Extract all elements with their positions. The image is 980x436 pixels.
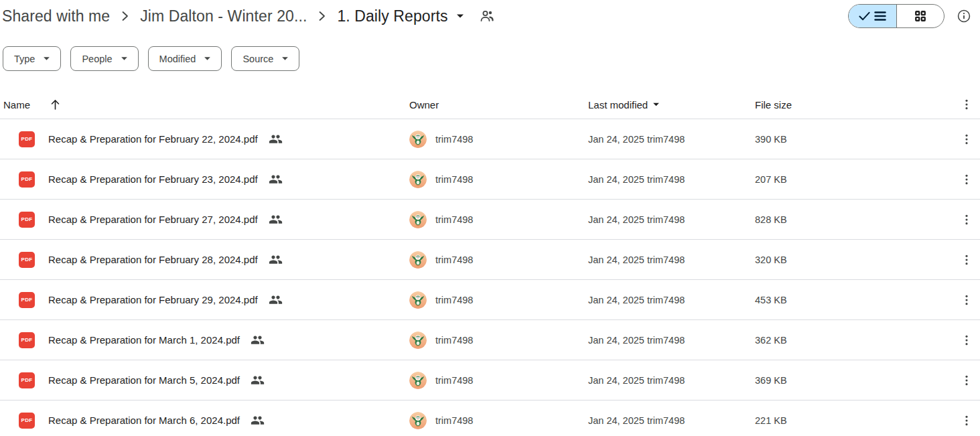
file-name[interactable]: Recap & Preparation for March 6, 2024.pd…: [48, 415, 240, 426]
last-modified-cell: Jan 24, 2025 trim7498: [588, 174, 685, 185]
file-size-cell: 828 KB: [755, 214, 787, 225]
column-label: Name: [3, 98, 30, 110]
info-icon[interactable]: [957, 9, 971, 23]
file-name[interactable]: Recap & Preparation for February 22, 202…: [48, 133, 258, 145]
file-size-cell: 369 KB: [755, 375, 787, 386]
file-name-cell: PDF Recap & Preparation for February 29,…: [19, 292, 283, 308]
breadcrumb-parent-folder[interactable]: Jim Dalton - Winter 20...: [140, 7, 307, 25]
file-size-text: 320 KB: [755, 255, 787, 265]
filter-chip-source[interactable]: Source: [231, 46, 299, 71]
column-label: File size: [755, 98, 792, 110]
owner-name: trim7498: [435, 214, 473, 225]
last-modified-cell: Jan 24, 2025 trim7498: [588, 335, 685, 346]
file-name-cell: PDF Recap & Preparation for February 23,…: [19, 171, 283, 188]
owner-avatar: [409, 332, 427, 349]
file-name[interactable]: Recap & Preparation for February 28, 202…: [48, 254, 258, 265]
row-more-options-icon[interactable]: [959, 252, 975, 268]
chip-label: Modified: [159, 54, 196, 64]
file-name-cell: PDF Recap & Preparation for March 1, 202…: [19, 332, 265, 348]
top-controls: [848, 4, 971, 28]
file-size-text: 828 KB: [755, 214, 787, 225]
last-modified-text: Jan 24, 2025 trim7498: [588, 134, 685, 145]
shared-people-icon: [269, 132, 283, 146]
file-name[interactable]: Recap & Preparation for March 1, 2024.pd…: [48, 334, 240, 346]
owner-name: trim7498: [435, 295, 473, 305]
last-modified-cell: Jan 24, 2025 trim7498: [588, 255, 685, 265]
pdf-file-icon: PDF: [19, 332, 35, 348]
row-more-options-icon[interactable]: [959, 171, 975, 188]
file-size-cell: 221 KB: [755, 415, 787, 426]
table-row[interactable]: PDF Recap & Preparation for February 28,…: [0, 240, 980, 280]
table-row[interactable]: PDF Recap & Preparation for February 22,…: [0, 119, 980, 159]
file-name[interactable]: Recap & Preparation for February 27, 202…: [48, 214, 258, 225]
pdf-file-icon: PDF: [19, 171, 35, 188]
breadcrumb-shared-with-me[interactable]: Shared with me: [2, 7, 110, 25]
table-row[interactable]: PDF Recap & Preparation for March 1, 202…: [0, 320, 980, 360]
breadcrumb-current-folder[interactable]: 1. Daily Reports: [337, 7, 447, 25]
owner-avatar: [409, 211, 427, 228]
file-name[interactable]: Recap & Preparation for February 23, 202…: [48, 173, 258, 185]
shared-people-icon: [269, 212, 283, 226]
table-row[interactable]: PDF Recap & Preparation for February 27,…: [0, 200, 980, 240]
last-modified-text: Jan 24, 2025 trim7498: [588, 174, 685, 185]
column-header-name[interactable]: Name: [3, 98, 60, 110]
owner-avatar: [409, 251, 427, 269]
last-modified-cell: Jan 24, 2025 trim7498: [588, 415, 685, 426]
table-row[interactable]: PDF Recap & Preparation for February 29,…: [0, 280, 980, 320]
grid-view-button[interactable]: [896, 5, 944, 27]
column-header-last-modified[interactable]: Last modified: [588, 98, 660, 110]
grid-view-icon: [914, 10, 926, 22]
owner-avatar: [409, 372, 427, 389]
file-size-cell: 207 KB: [755, 174, 787, 185]
file-name-cell: PDF Recap & Preparation for March 6, 202…: [19, 413, 265, 429]
chevron-down-icon: [204, 56, 211, 61]
chevron-right-icon: [318, 11, 326, 21]
sort-ascending-icon[interactable]: [50, 98, 60, 110]
file-list: PDF Recap & Preparation for February 22,…: [0, 119, 980, 436]
pdf-file-icon: PDF: [19, 413, 35, 429]
last-modified-text: Jan 24, 2025 trim7498: [588, 214, 685, 225]
column-header-owner[interactable]: Owner: [409, 98, 439, 110]
file-size-cell: 390 KB: [755, 134, 787, 145]
file-name[interactable]: Recap & Preparation for February 29, 202…: [48, 294, 258, 305]
file-size-text: 390 KB: [755, 134, 787, 145]
column-header-file-size[interactable]: File size: [755, 98, 792, 110]
owner-cell: trim7498: [409, 291, 473, 309]
shared-people-icon: [269, 172, 283, 186]
filter-chip-type[interactable]: Type: [3, 46, 61, 71]
owner-avatar: [409, 171, 427, 188]
shared-people-icon: [269, 252, 283, 267]
chevron-down-icon: [43, 56, 50, 61]
last-modified-cell: Jan 24, 2025 trim7498: [588, 214, 685, 225]
file-size-text: 369 KB: [755, 375, 787, 386]
table-row[interactable]: PDF Recap & Preparation for March 6, 202…: [0, 401, 980, 436]
shared-people-icon: [251, 413, 265, 427]
filter-chip-people[interactable]: People: [70, 46, 138, 71]
chevron-down-icon: [281, 56, 289, 61]
row-more-options-icon[interactable]: [959, 413, 975, 429]
file-name-cell: PDF Recap & Preparation for March 5, 202…: [19, 372, 265, 388]
owner-name: trim7498: [435, 335, 473, 346]
row-more-options-icon[interactable]: [959, 332, 975, 348]
dropdown-caret-icon: [652, 102, 660, 106]
file-name[interactable]: Recap & Preparation for March 5, 2024.pd…: [48, 374, 240, 386]
filter-chip-modified[interactable]: Modified: [148, 46, 222, 71]
file-size-text: 453 KB: [755, 295, 787, 305]
row-more-options-icon[interactable]: [959, 292, 975, 308]
folder-menu-caret-icon[interactable]: [456, 13, 464, 19]
table-row[interactable]: PDF Recap & Preparation for February 23,…: [0, 159, 980, 200]
owner-cell: trim7498: [409, 211, 473, 228]
row-more-options-icon[interactable]: [959, 372, 975, 388]
folder-shared-icon: [479, 8, 495, 24]
owner-avatar: [409, 412, 427, 429]
list-view-button[interactable]: [849, 5, 896, 27]
owner-name: trim7498: [435, 415, 473, 426]
row-more-options-icon[interactable]: [959, 131, 975, 147]
shared-people-icon: [251, 373, 265, 387]
table-row[interactable]: PDF Recap & Preparation for March 5, 202…: [0, 360, 980, 401]
owner-cell: trim7498: [409, 171, 473, 188]
column-label: Last modified: [588, 98, 648, 110]
row-more-options-icon[interactable]: [959, 212, 975, 228]
file-size-text: 362 KB: [755, 335, 787, 346]
header-more-options-icon[interactable]: [959, 96, 975, 113]
